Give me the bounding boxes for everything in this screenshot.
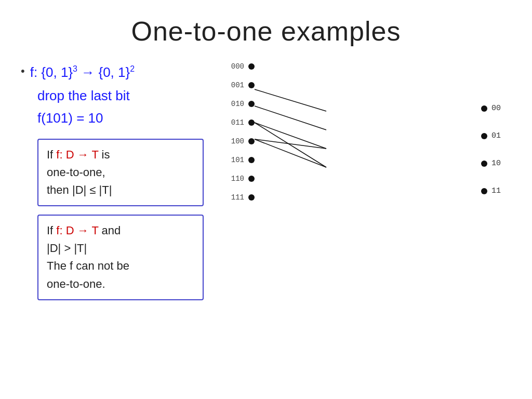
svg-line-0 [255,89,326,111]
left-column: • f: {0, 1}3 → {0, 1}2 drop the last bit… [21,62,223,353]
range-node-11: 11 [481,187,501,195]
dot-001 [248,82,255,88]
diagram-area: 000 001 010 011 100 101 [229,62,532,353]
svg-line-3 [255,139,326,149]
domain-node-100: 100 [229,137,255,145]
range-node-10: 10 [481,159,501,168]
dot-110 [248,176,255,182]
svg-line-5 [255,139,326,167]
infobox-one-to-one: If f: D → T is one-to-one, then |D| ≤ |T… [37,139,204,206]
bullet-item: • f: {0, 1}3 → {0, 1}2 [21,62,223,83]
function-definition: f: {0, 1}3 → {0, 1}2 [30,62,135,83]
infobox2-line1-pre: If [47,224,56,237]
range-node-00: 00 [481,104,501,113]
infobox2-line4: one-to-one. [47,277,105,290]
domain-node-000: 000 [229,62,255,71]
svg-line-1 [255,106,326,130]
infobox2-line1-post: and [98,224,121,237]
infobox1-line3: then |D| ≤ |T| [47,183,112,196]
svg-line-4 [255,123,326,167]
domain-node-001: 001 [229,81,255,89]
infobox1-line1-pre: If [47,148,56,161]
dot-011 [248,119,255,126]
infobox2-fdt: f: D → T [56,224,98,237]
function-description: drop the last bit [37,86,223,106]
infobox-cannot: If f: D → T and |D| > |T| The f can not … [37,215,204,300]
domain-node-111: 111 [229,193,255,202]
range-node-01: 01 [481,131,501,140]
rdot-00 [481,105,487,112]
rdot-10 [481,161,487,167]
rdot-01 [481,133,487,139]
dot-101 [248,157,255,163]
function-example: f(101) = 10 [37,108,223,128]
infobox1-fdt: f: D → T [56,148,98,161]
svg-line-2 [255,123,326,149]
infobox2-line3: The f can not be [47,259,129,272]
dot-111 [248,194,255,201]
domain-node-010: 010 [229,100,255,108]
dot-010 [248,101,255,107]
infobox2-line2: |D| > |T| [47,242,87,255]
dot-000 [248,63,255,70]
bullet-dot: • [21,63,25,79]
dot-100 [248,138,255,144]
rdot-11 [481,188,487,194]
page-title: One-to-one examples [0,0,532,57]
domain-node-110: 110 [229,175,255,183]
infobox1-line1-post: is [98,148,110,161]
domain-side: 000 001 010 011 100 101 [229,62,255,212]
range-side: 00 01 10 11 [481,104,501,214]
content-area: • f: {0, 1}3 → {0, 1}2 drop the last bit… [0,57,532,353]
domain-node-011: 011 [229,118,255,127]
infobox1-line2: one-to-one, [47,166,105,179]
domain-node-101: 101 [229,156,255,164]
